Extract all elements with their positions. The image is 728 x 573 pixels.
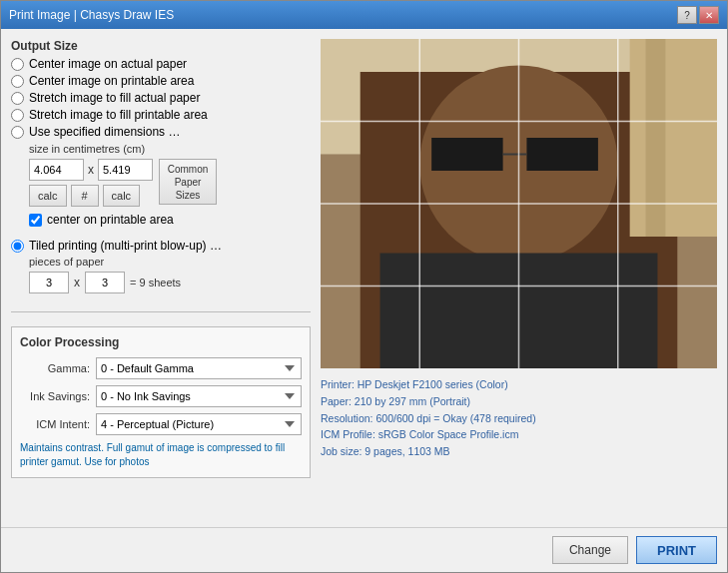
center-checkbox[interactable] [29,214,42,227]
gamma-row: Gamma: 0 - Default Gamma [20,357,302,379]
hash-button[interactable]: # [71,185,99,207]
output-size-section: Output Size Center image on actual paper… [11,39,311,227]
output-size-label: Output Size [11,39,311,53]
help-button[interactable]: ? [677,6,697,24]
print-button[interactable]: PRINT [636,536,717,564]
cols-input[interactable] [29,272,69,293]
specify-section: size in centimetres (cm) x calc # [29,143,311,227]
color-processing-title: Color Processing [20,335,302,349]
resolution-line: Resolution: 600/600 dpi = Okay (478 requ… [321,410,717,427]
radio-specify-label: Use specified dimensions … [29,125,180,139]
height-input[interactable] [98,159,153,181]
preview-wrapper [321,39,717,368]
radio-tiled-label: Tiled printing (multi-print blow-up) … [29,239,222,253]
radio-stretch-actual-input[interactable] [11,92,24,105]
gamma-label: Gamma: [20,362,90,374]
change-button[interactable]: Change [552,536,628,564]
main-window: Print Image | Chasys Draw IES ? ✕ Output… [0,0,728,573]
radio-specify-input[interactable] [11,126,24,139]
x-separator-1: x [88,163,94,177]
pieces-label: pieces of paper [29,256,311,268]
rows-input[interactable] [85,272,125,293]
common-paper-sizes-button[interactable]: CommonPaperSizes [159,159,217,205]
color-processing-section: Color Processing Gamma: 0 - Default Gamm… [11,326,311,478]
radio-stretch-printable[interactable]: Stretch image to fill printable area [11,108,311,122]
main-content: Output Size Center image on actual paper… [1,29,727,527]
right-panel: Printer: HP Deskjet F2100 series (Color)… [321,39,717,517]
tiled-section: Tiled printing (multi-print blow-up) … p… [11,239,311,297]
left-panel: Output Size Center image on actual paper… [11,39,311,517]
icm-line: ICM Profile: sRGB Color Space Profile.ic… [321,426,717,443]
radio-center-printable-input[interactable] [11,75,24,88]
titlebar: Print Image | Chasys Draw IES ? ✕ [1,1,727,29]
icm-select[interactable]: 4 - Perceptual (Picture) [96,413,302,435]
calc-hash-row: calc # calc [29,185,153,207]
radio-specify[interactable]: Use specified dimensions … [11,125,311,139]
icm-label: ICM Intent: [20,418,90,430]
width-input[interactable] [29,159,84,181]
size-inputs-row: x [29,159,153,181]
radio-center-actual-input[interactable] [11,58,24,71]
calc-left-button[interactable]: calc [29,185,67,207]
center-checkbox-label: center on printable area [47,213,174,227]
gamma-select[interactable]: 0 - Default Gamma [96,357,302,379]
divider [11,311,311,312]
radio-center-actual-label: Center image on actual paper [29,57,187,71]
radio-tiled-input[interactable] [11,240,24,253]
preview-canvas [321,39,717,368]
bottom-bar: Change PRINT [1,527,727,572]
radio-stretch-printable-label: Stretch image to fill printable area [29,108,208,122]
job-line: Job size: 9 pages, 1103 MB [321,443,717,460]
size-inputs-col: x calc # calc [29,159,153,211]
tiled-row: x = 9 sheets [29,272,311,293]
radio-stretch-actual[interactable]: Stretch image to fill actual paper [11,91,311,105]
radio-stretch-printable-input[interactable] [11,109,24,122]
radio-tiled[interactable]: Tiled printing (multi-print blow-up) … [11,239,311,253]
radio-stretch-actual-label: Stretch image to fill actual paper [29,91,200,105]
radio-center-printable[interactable]: Center image on printable area [11,74,311,88]
sheets-label: = 9 sheets [130,277,181,288]
info-text: Maintains contrast. Full gamut of image … [20,441,302,469]
size-in-cm-label: size in centimetres (cm) [29,143,311,155]
radio-center-actual[interactable]: Center image on actual paper [11,57,311,71]
paper-line: Paper: 210 by 297 mm (Portrait) [321,393,717,410]
printer-info: Printer: HP Deskjet F2100 series (Color)… [321,376,717,460]
tiled-sub: pieces of paper x = 9 sheets [29,256,311,293]
ink-select[interactable]: 0 - No Ink Savings [96,385,302,407]
window-title: Print Image | Chasys Draw IES [9,8,174,22]
close-button[interactable]: ✕ [699,6,719,24]
center-checkbox-row: center on printable area [29,213,311,227]
icm-row: ICM Intent: 4 - Perceptual (Picture) [20,413,302,435]
ink-row: Ink Savings: 0 - No Ink Savings [20,385,302,407]
ink-label: Ink Savings: [20,390,90,402]
calc-right-button[interactable]: calc [103,185,141,207]
titlebar-buttons: ? ✕ [677,6,719,24]
radio-center-printable-label: Center image on printable area [29,74,194,88]
printer-line: Printer: HP Deskjet F2100 series (Color) [321,376,717,393]
x-separator-2: x [74,276,80,289]
